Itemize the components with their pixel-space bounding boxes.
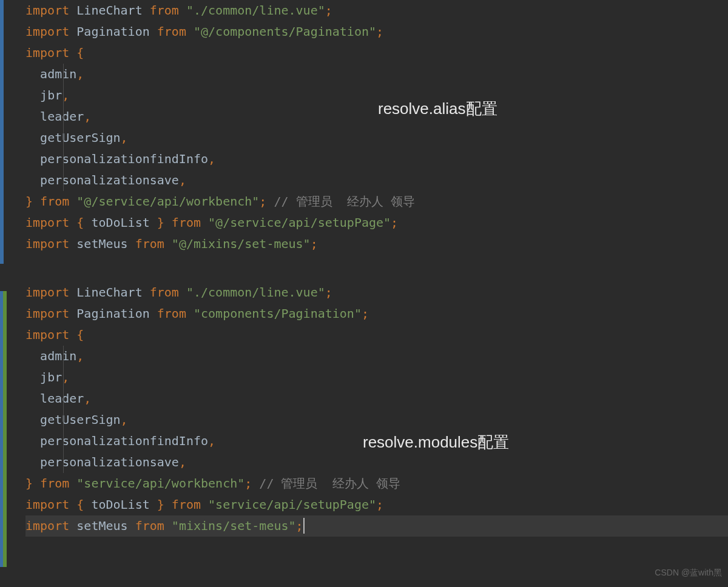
brace-close: } (157, 497, 164, 512)
comment: // 管理员 经办人 领导 (274, 194, 414, 209)
semicolon: ; (325, 3, 332, 18)
comma: , (208, 152, 215, 166)
code-line[interactable]: admin, (25, 346, 728, 367)
identifier: jbr (40, 88, 62, 102)
comma: , (84, 109, 91, 124)
semicolon: ; (325, 285, 332, 300)
brace-open: { (76, 215, 84, 230)
comma: , (76, 67, 84, 81)
code-line[interactable]: import { toDoList } from "service/api/se… (25, 494, 728, 515)
identifier: personalizationsave (40, 455, 179, 469)
code-line[interactable]: } from "service/api/workbench"; // 管理员 经… (25, 473, 728, 494)
keyword-import: import (25, 3, 69, 18)
brace-close: } (25, 476, 33, 491)
string-path: "@/service/api/workbench" (76, 194, 259, 209)
code-line[interactable]: import { (25, 42, 728, 64)
keyword-from: from (157, 24, 186, 39)
brace-close: } (25, 194, 33, 209)
blank-gap (25, 255, 728, 282)
keyword-from: from (157, 306, 186, 321)
watermark: CSDN @蓝with黑 (655, 562, 722, 583)
string-path: "mixins/set-meus" (172, 518, 296, 533)
keyword-import: import (25, 45, 69, 60)
code-line[interactable]: personalizationfindInfo, (25, 149, 728, 170)
identifier: setMeus (76, 236, 127, 251)
string-path: "./common/line.vue" (186, 3, 325, 18)
identifier: personalizationfindInfo (40, 152, 208, 166)
gutter (0, 0, 7, 537)
comma: , (84, 391, 91, 406)
identifier: setMeus (76, 518, 127, 533)
text-caret (303, 518, 305, 534)
semicolon: ; (244, 476, 252, 491)
identifier: toDoList (91, 497, 149, 512)
space (69, 3, 76, 18)
code-line[interactable]: import { toDoList } from "@/service/api/… (25, 212, 728, 233)
code-line[interactable]: import LineChart from "./common/line.vue… (25, 282, 728, 303)
comment: // 管理员 经办人 领导 (259, 476, 400, 491)
annotation-modules: resolve.modules配置 (363, 432, 509, 453)
brace-open: { (76, 45, 84, 60)
code-line[interactable]: getUserSign, (25, 409, 728, 431)
keyword-import: import (25, 285, 69, 300)
comma: , (179, 455, 186, 469)
keyword-from: from (135, 518, 164, 533)
comma: , (179, 173, 186, 187)
string-path: "service/api/workbench" (76, 476, 244, 491)
keyword-import: import (25, 306, 69, 321)
brace-open: { (76, 327, 84, 342)
comma: , (121, 412, 128, 427)
indent-guide (63, 64, 64, 85)
comma: , (76, 349, 84, 363)
identifier: Pagination (76, 24, 149, 39)
identifier: getUserSign (40, 412, 120, 427)
gutter-marker-modified (0, 0, 4, 264)
identifier: admin (40, 67, 76, 81)
identifier: LineChart (76, 3, 142, 18)
code-line[interactable]: leader, (25, 106, 728, 127)
identifier: getUserSign (40, 130, 120, 145)
identifier: personalizationfindInfo (40, 434, 208, 448)
code-line[interactable]: import { (25, 324, 728, 346)
string-path: "components/Pagination" (194, 306, 362, 321)
keyword-import: import (25, 24, 69, 39)
semicolon: ; (311, 236, 318, 251)
keyword-from: from (40, 194, 69, 209)
gutter-marker-added (3, 291, 7, 567)
code-line[interactable]: jbr, (25, 367, 728, 388)
keyword-import: import (25, 327, 69, 342)
code-line[interactable]: admin, (25, 64, 728, 85)
code-line[interactable]: import Pagination from "@/components/Pag… (25, 21, 728, 42)
code-line[interactable]: } from "@/service/api/workbench"; // 管理员… (25, 191, 728, 212)
code-line[interactable]: import LineChart from "./common/line.vue… (25, 0, 728, 21)
annotation-alias: resolve.alias配置 (378, 98, 497, 119)
comma: , (121, 130, 128, 145)
semicolon: ; (296, 518, 303, 533)
semicolon: ; (362, 306, 369, 321)
string-path: "./common/line.vue" (186, 285, 325, 300)
identifier: personalizationsave (40, 173, 179, 187)
keyword-from: from (172, 215, 201, 230)
code-line[interactable]: personalizationsave, (25, 170, 728, 191)
identifier: jbr (40, 370, 62, 384)
code-line[interactable]: getUserSign, (25, 127, 728, 149)
keyword-from: from (150, 3, 179, 18)
string-path: "@/components/Pagination" (194, 24, 376, 39)
identifier: admin (40, 349, 76, 363)
string-path: "service/api/setupPage" (208, 497, 376, 512)
code-line[interactable]: jbr, (25, 85, 728, 106)
keyword-import: import (25, 497, 69, 512)
identifier: toDoList (91, 215, 149, 230)
keyword-from: from (40, 476, 69, 491)
semicolon: ; (259, 194, 266, 209)
semicolon: ; (376, 497, 383, 512)
identifier: leader (40, 109, 84, 124)
keyword-from: from (172, 497, 201, 512)
code-line-active[interactable]: import setMeus from "mixins/set-meus"; (25, 515, 728, 537)
code-line[interactable]: leader, (25, 388, 728, 409)
code-line[interactable]: import Pagination from "components/Pagin… (25, 303, 728, 324)
code-line[interactable]: import setMeus from "@/mixins/set-meus"; (25, 233, 728, 255)
code-line[interactable]: personalizationsave, (25, 452, 728, 473)
code-editor[interactable]: import LineChart from "./common/line.vue… (0, 0, 728, 537)
keyword-import: import (25, 215, 69, 230)
